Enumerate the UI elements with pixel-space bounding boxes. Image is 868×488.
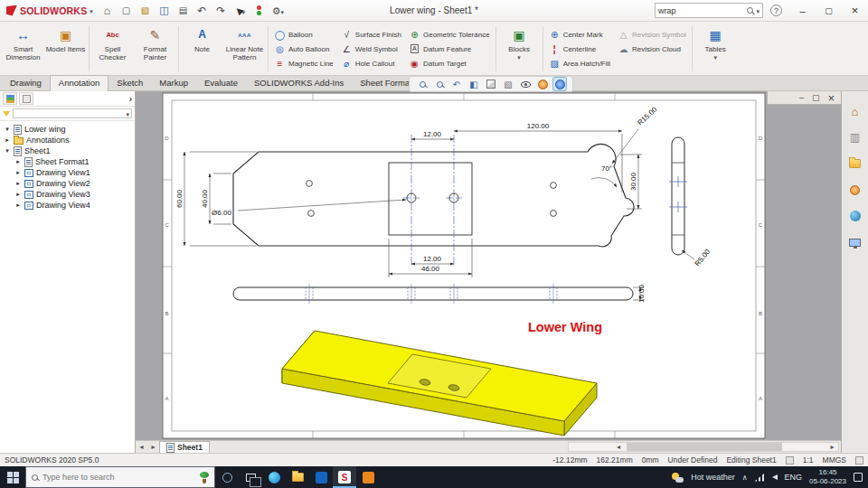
expander-icon[interactable] (14, 191, 22, 198)
undo-button[interactable] (193, 2, 211, 19)
dim-left-height[interactable]: 40.00 (201, 189, 209, 208)
weather-icon[interactable] (672, 473, 684, 483)
file-explorer-icon[interactable] (845, 155, 865, 173)
centerline-button[interactable]: Centerline (545, 42, 614, 56)
redo-button[interactable] (212, 2, 230, 19)
surface-finish-button[interactable]: Surface Finish (337, 27, 405, 42)
sheet-scale[interactable]: 1:1 (803, 455, 814, 465)
taskbar-search-box[interactable] (25, 466, 215, 488)
open-button[interactable] (137, 2, 154, 19)
expander-icon[interactable] (14, 202, 22, 209)
command-search-box[interactable] (655, 3, 763, 18)
tree-item-lower-wing[interactable]: Lower wing (0, 124, 135, 135)
home-button[interactable] (99, 2, 116, 19)
dim-tip-height[interactable]: 30.00 (629, 172, 637, 191)
language-indicator[interactable]: ENG (785, 473, 803, 482)
datum-feature-button[interactable]: Datum Feature (405, 42, 494, 56)
clock[interactable]: 16:45 05-06-2023 (809, 468, 846, 486)
tree-item-drawing-view3[interactable]: Drawing View3 (0, 189, 135, 200)
scroll-right-icon[interactable] (826, 443, 838, 451)
tree-item-sheet-format1[interactable]: Sheet Format1 (0, 156, 135, 167)
home-icon[interactable] (845, 102, 865, 120)
solidworks-app-icon[interactable] (333, 466, 356, 488)
expander-icon[interactable] (14, 169, 22, 176)
smart-dimension-button[interactable]: Smart Dimension (2, 23, 44, 74)
weld-symbol-button[interactable]: Weld Symbol (337, 42, 405, 56)
dim-pitch-bottom[interactable]: 12.00 (423, 255, 442, 263)
dim-overall-width[interactable]: 120.00 (527, 122, 550, 130)
view-orientation-icon[interactable] (485, 78, 497, 90)
view-settings-icon[interactable] (553, 78, 566, 90)
tree-item-drawing-view1[interactable]: Drawing View1 (0, 167, 135, 178)
cortana-button[interactable] (215, 466, 239, 488)
weather-text[interactable]: Hot weather (691, 473, 735, 482)
hole-callout-button[interactable]: Hole Callout (337, 56, 405, 70)
dim-angle[interactable]: 70° (601, 164, 612, 173)
close-button[interactable] (827, 91, 835, 105)
edit-appearance-icon[interactable] (536, 78, 549, 90)
panel-expand-chevron[interactable] (129, 94, 132, 104)
hidden-icons-chevron[interactable] (742, 473, 748, 482)
view-palette-icon[interactable] (845, 233, 865, 251)
tables-button[interactable]: Tables (694, 23, 737, 74)
auto-balloon-button[interactable]: Auto Balloon (270, 42, 337, 56)
unit-system[interactable]: MMGS (823, 455, 846, 465)
start-button[interactable] (0, 466, 25, 488)
zoom-area-icon[interactable] (433, 78, 446, 90)
status-icon[interactable] (786, 456, 794, 465)
tab-sketch[interactable]: Sketch (108, 76, 151, 90)
restore-button[interactable] (816, 0, 842, 21)
status-icon[interactable] (855, 456, 863, 465)
zoom-fit-icon[interactable] (416, 78, 429, 90)
display-manager-tab[interactable] (19, 92, 33, 105)
revision-cloud-button[interactable]: Revision Cloud (614, 42, 690, 56)
forum-icon[interactable] (845, 207, 865, 225)
tab-drawing[interactable]: Drawing (2, 76, 50, 90)
magnetic-line-button[interactable]: Magnetic Line (270, 56, 337, 70)
file-explorer-app-icon[interactable] (286, 466, 309, 488)
taskbar-search-input[interactable] (42, 473, 195, 482)
datum-target-button[interactable]: Datum Target (405, 56, 494, 70)
sheet-nav-prev-icon[interactable] (136, 443, 147, 451)
scroll-left-icon[interactable] (613, 443, 625, 451)
expander-icon[interactable] (4, 147, 11, 155)
blue-app-icon[interactable] (309, 466, 333, 488)
dim-pitch-top[interactable]: 12.00 (423, 130, 442, 138)
geometric-tolerance-button[interactable]: Geometric Tolerance (405, 27, 494, 42)
edge-app-icon[interactable] (262, 466, 286, 488)
expander-icon[interactable] (14, 158, 22, 165)
center-mark-button[interactable]: Center Mark (545, 27, 614, 42)
blocks-button[interactable]: Blocks (498, 23, 541, 74)
scrollbar-thumb[interactable] (627, 443, 783, 451)
sheet-nav-next-icon[interactable] (147, 443, 159, 451)
model-items-button[interactable]: Model Items (44, 23, 87, 74)
search-options-icon[interactable] (756, 5, 760, 15)
volume-icon[interactable] (772, 474, 778, 480)
search-input[interactable] (658, 6, 744, 15)
previous-view-icon[interactable] (450, 78, 463, 90)
search-highlight-icon[interactable] (200, 472, 209, 483)
task-view-button[interactable] (239, 466, 262, 488)
tree-item-annotations[interactable]: Annotations (0, 135, 135, 145)
expander-icon[interactable] (4, 136, 11, 144)
tab-evaluate[interactable]: Evaluate (196, 76, 246, 90)
help-button[interactable] (770, 5, 782, 16)
featuremanager-tree-tab[interactable] (3, 92, 17, 105)
select-tool-button[interactable] (231, 2, 249, 19)
solidworks-logo[interactable]: SOLIDWORKS (0, 5, 98, 16)
view-label[interactable]: Lower Wing (528, 320, 602, 334)
new-document-button[interactable] (118, 2, 135, 19)
balloon-button[interactable]: Balloon (270, 27, 337, 42)
note-button[interactable]: Note (181, 23, 223, 74)
dim-overall-height[interactable]: 60.00 (175, 189, 184, 208)
sheet-tab-sheet1[interactable]: Sheet1 (159, 441, 210, 453)
rebuild-button[interactable] (250, 2, 268, 19)
tree-item-sheet1[interactable]: Sheet1 (0, 145, 135, 156)
minimize-button[interactable] (799, 93, 804, 102)
tree-item-drawing-view4[interactable]: Drawing View4 (0, 200, 135, 211)
dim-thickness[interactable]: 10.00 (637, 284, 646, 303)
options-button[interactable] (269, 2, 287, 19)
hide-show-items-icon[interactable] (519, 78, 532, 90)
appearances-icon[interactable] (845, 181, 865, 199)
tab-solidworks-add-ins[interactable]: SOLIDWORKS Add-Ins (246, 76, 352, 90)
